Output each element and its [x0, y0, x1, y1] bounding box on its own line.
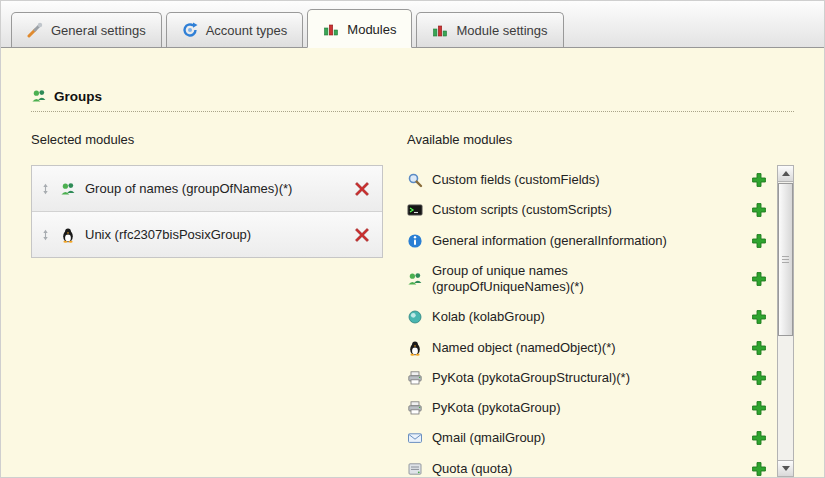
module-columns: Selected modules Group of names (groupOf…	[31, 132, 794, 478]
kolab-icon	[407, 309, 423, 325]
tab-label: Account types	[206, 23, 288, 38]
available-modules-body: Custom fields (customFields) Custom scri…	[407, 165, 794, 478]
add-module-button[interactable]	[751, 370, 767, 386]
modules-tab-content: Groups Selected modules Group of names (…	[1, 88, 824, 478]
lam-configuration-page: General settings Account types Modules M…	[0, 0, 825, 478]
available-module-label: Group of unique names (groupOfUniqueName…	[432, 263, 704, 296]
arrow-up-icon	[782, 171, 790, 176]
available-modules-list: Custom fields (customFields) Custom scri…	[407, 165, 777, 478]
available-module-row: Custom scripts (customScripts)	[407, 195, 777, 225]
group-icon	[60, 181, 76, 197]
group-icon	[31, 88, 47, 104]
tab-label: Module settings	[456, 23, 547, 38]
info-icon	[407, 233, 423, 249]
selected-module-label: Group of names (groupOfNames)(*)	[85, 181, 354, 196]
add-module-button[interactable]	[751, 430, 767, 446]
available-module-row: Kolab (kolabGroup)	[407, 302, 777, 332]
scrollbar[interactable]	[777, 165, 794, 477]
available-modules-column: Available modules Custom fields (customF…	[407, 132, 794, 478]
tab-bar: General settings Account types Modules M…	[1, 1, 824, 48]
available-module-label: Custom scripts (customScripts)	[432, 202, 612, 218]
drag-handle-icon[interactable]	[40, 182, 51, 196]
section-header: Groups	[31, 88, 794, 112]
terminal-icon	[407, 202, 423, 218]
selected-modules-title: Selected modules	[31, 132, 383, 147]
tab-account-types[interactable]: Account types	[166, 12, 304, 47]
tab-module-settings[interactable]: Module settings	[416, 12, 563, 47]
tab-label: General settings	[51, 23, 146, 38]
available-module-label: Custom fields (customFields)	[432, 172, 600, 188]
envelope-icon	[407, 430, 423, 446]
tools-icon	[27, 22, 43, 38]
add-module-button[interactable]	[751, 461, 767, 477]
add-module-button[interactable]	[751, 271, 767, 287]
scroll-up-button[interactable]	[778, 166, 793, 182]
gears-icon	[182, 22, 198, 38]
selected-modules-column: Selected modules Group of names (groupOf…	[31, 132, 383, 478]
add-module-button[interactable]	[751, 340, 767, 356]
scrollbar-thumb[interactable]	[778, 183, 793, 336]
selected-module-row: Group of names (groupOfNames)(*)	[32, 166, 382, 211]
remove-module-button[interactable]	[354, 227, 370, 243]
selected-modules-box: Group of names (groupOfNames)(*) Unix (r…	[31, 165, 383, 258]
disk-icon	[407, 461, 423, 477]
available-modules-title: Available modules	[407, 132, 794, 147]
printer-icon	[407, 400, 423, 416]
drag-handle-icon[interactable]	[40, 228, 51, 242]
tab-label: Modules	[347, 22, 396, 37]
available-module-row: Quota (quota)	[407, 454, 777, 478]
available-module-row: General information (generalInformation)	[407, 226, 777, 256]
add-module-button[interactable]	[751, 233, 767, 249]
available-module-label: General information (generalInformation)	[432, 233, 667, 249]
available-module-row: Custom fields (customFields)	[407, 165, 777, 195]
available-module-label: PyKota (pykotaGroup)	[432, 400, 561, 416]
available-module-row: PyKota (pykotaGroupStructural)(*)	[407, 363, 777, 393]
selected-module-label: Unix (rfc2307bisPosixGroup)	[85, 227, 354, 242]
remove-module-button[interactable]	[354, 181, 370, 197]
available-module-row: Named object (namedObject)(*)	[407, 333, 777, 363]
arrow-down-icon	[782, 466, 790, 471]
add-module-button[interactable]	[751, 202, 767, 218]
modules-icon	[323, 21, 339, 37]
available-module-label: PyKota (pykotaGroupStructural)(*)	[432, 370, 630, 386]
available-module-row: PyKota (pykotaGroup)	[407, 393, 777, 423]
available-module-label: Qmail (qmailGroup)	[432, 430, 545, 446]
tab-general-settings[interactable]: General settings	[11, 12, 162, 47]
available-module-label: Kolab (kolabGroup)	[432, 309, 545, 325]
tux-icon	[407, 340, 423, 356]
page-title: Groups	[54, 89, 102, 104]
group-icon	[407, 271, 423, 287]
magnifier-icon	[407, 172, 423, 188]
available-module-label: Named object (namedObject)(*)	[432, 340, 616, 356]
scroll-down-button[interactable]	[778, 460, 793, 476]
printer-icon	[407, 370, 423, 386]
available-module-row: Qmail (qmailGroup)	[407, 423, 777, 453]
add-module-button[interactable]	[751, 172, 767, 188]
tab-modules[interactable]: Modules	[307, 9, 412, 48]
add-module-button[interactable]	[751, 400, 767, 416]
available-module-row: Group of unique names (groupOfUniqueName…	[407, 256, 777, 303]
selected-module-row: Unix (rfc2307bisPosixGroup)	[32, 211, 382, 257]
available-module-label: Quota (quota)	[432, 461, 512, 477]
add-module-button[interactable]	[751, 309, 767, 325]
module-settings-icon	[432, 22, 448, 38]
tux-icon	[60, 227, 76, 243]
